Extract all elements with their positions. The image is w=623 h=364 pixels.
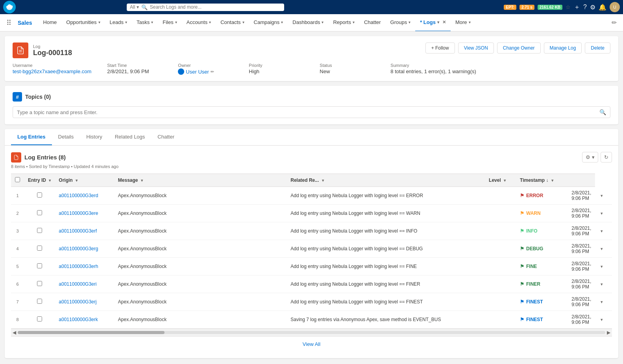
row-select-checkbox[interactable] bbox=[37, 263, 42, 268]
manage-log-button[interactable]: Manage Log bbox=[544, 42, 582, 54]
tab-related-logs[interactable]: Related Logs bbox=[109, 129, 152, 145]
nav-tasks[interactable]: Tasks▾ bbox=[132, 14, 158, 31]
nav-logs[interactable]: * Logs ▾ ✕ bbox=[415, 14, 451, 31]
row-dropdown[interactable]: ▾ bbox=[595, 205, 612, 222]
top-bar: All ▾ 🔍 EPT: 2.71 s 2161.62 KB ☆ ＋ ? ⚙ 🔔… bbox=[0, 0, 623, 14]
view-json-button[interactable]: View JSON bbox=[458, 42, 494, 54]
owner-edit-icon[interactable]: ✏ bbox=[211, 69, 214, 74]
username-value[interactable]: test-bgg26zx7xaee@example.com bbox=[13, 68, 91, 74]
scrollbar-track[interactable] bbox=[18, 331, 605, 334]
field-summary: Summary 8 total entries, 1 error(s), 1 w… bbox=[390, 63, 476, 75]
row-select-checkbox[interactable] bbox=[37, 246, 42, 251]
log-entries-panel: Log Entries (8) ⚙ ▾ ↻ 8 items • Sorted b… bbox=[5, 146, 618, 358]
row-number: 6 bbox=[11, 275, 24, 293]
nav-chatter[interactable]: Chatter bbox=[359, 14, 386, 31]
change-owner-button[interactable]: Change Owner bbox=[497, 42, 541, 54]
row-checkbox bbox=[24, 240, 55, 258]
entry-id-cell: a001100000G3erf bbox=[55, 222, 114, 240]
row-select-checkbox[interactable] bbox=[37, 316, 42, 322]
bell-icon[interactable]: 🔔 bbox=[599, 4, 606, 11]
entry-id-link[interactable]: a001100000G3ere bbox=[59, 211, 98, 216]
row-dropdown[interactable]: ▾ bbox=[595, 187, 612, 205]
level-badge: ⚑ FINE bbox=[520, 264, 537, 269]
entry-id-cell: a001100000G3eri bbox=[55, 275, 114, 293]
row-dropdown[interactable]: ▾ bbox=[595, 311, 612, 329]
tab-chatter[interactable]: Chatter bbox=[151, 129, 181, 145]
row-dropdown[interactable]: ▾ bbox=[595, 275, 612, 293]
timestamp-cell: 2/8/2021, 9:06 PM bbox=[568, 222, 595, 240]
add-icon[interactable]: ＋ bbox=[574, 3, 580, 11]
th-origin[interactable]: Origin ▾ bbox=[55, 174, 114, 187]
topic-input-wrap[interactable]: 🔍 bbox=[13, 106, 610, 118]
origin-cell: Apex.AnonymousBlock bbox=[114, 240, 287, 258]
scrollbar-thumb[interactable] bbox=[18, 331, 165, 334]
start-time-value: 2/8/2021, 9:06 PM bbox=[107, 68, 162, 74]
global-search[interactable]: All ▾ 🔍 bbox=[127, 4, 284, 11]
nav-campaigns[interactable]: Campaigns▾ bbox=[249, 14, 288, 31]
user-avatar[interactable]: U bbox=[610, 2, 620, 12]
view-all-link[interactable]: View All bbox=[303, 341, 320, 347]
summary-value: 8 total entries, 1 error(s), 1 warning(s… bbox=[390, 68, 476, 74]
nav-files[interactable]: Files▾ bbox=[158, 14, 181, 31]
delete-button[interactable]: Delete bbox=[585, 42, 610, 54]
nav-groups[interactable]: Groups▾ bbox=[386, 14, 416, 31]
row-dropdown[interactable]: ▾ bbox=[595, 240, 612, 258]
th-entry-id[interactable]: Entry ID ▾ bbox=[24, 174, 55, 187]
sort-icon: ▾ bbox=[49, 178, 51, 183]
topic-input[interactable] bbox=[17, 109, 597, 115]
tab-history[interactable]: History bbox=[80, 129, 108, 145]
level-badge: ⚑ WARN bbox=[520, 211, 541, 216]
settings-icon[interactable]: ⚙ bbox=[590, 4, 595, 11]
entry-id-link[interactable]: a001100000G3erj bbox=[59, 299, 96, 305]
level-cell: ⚑ FINEST bbox=[516, 311, 568, 329]
nav-leads[interactable]: Leads▾ bbox=[105, 14, 132, 31]
nav-home[interactable]: Home bbox=[39, 14, 62, 31]
tab-details[interactable]: Details bbox=[52, 129, 80, 145]
related-cell bbox=[485, 205, 516, 222]
row-select-checkbox[interactable] bbox=[37, 281, 42, 286]
owner-value[interactable]: User User bbox=[186, 69, 209, 75]
row-dropdown[interactable]: ▾ bbox=[595, 293, 612, 311]
nav-opportunities[interactable]: Opportunities▾ bbox=[61, 14, 105, 31]
follow-button[interactable]: + Follow bbox=[425, 42, 455, 54]
row-select-checkbox[interactable] bbox=[37, 192, 42, 198]
select-all-checkbox[interactable] bbox=[15, 177, 20, 182]
entry-id-link[interactable]: a001100000G3erf bbox=[59, 228, 97, 234]
th-related[interactable]: Related Re... ▾ bbox=[287, 174, 485, 187]
nav-dashboards[interactable]: Dashboards▾ bbox=[288, 14, 328, 31]
entry-id-link[interactable]: a001100000G3erk bbox=[59, 317, 98, 322]
star-icon[interactable]: ☆ bbox=[566, 4, 571, 10]
refresh-button[interactable]: ↻ bbox=[601, 152, 612, 163]
th-select-all[interactable] bbox=[11, 174, 24, 187]
all-filter[interactable]: All ▾ bbox=[130, 4, 139, 10]
row-select-checkbox[interactable] bbox=[37, 299, 42, 304]
close-logs-tab[interactable]: ✕ bbox=[442, 20, 446, 25]
nav-edit-icon[interactable]: ✏ bbox=[608, 19, 620, 26]
flag-icon: ⚑ bbox=[520, 211, 524, 216]
entry-id-link[interactable]: a001100000G3eri bbox=[59, 281, 96, 287]
row-number: 7 bbox=[11, 293, 24, 311]
nav-reports[interactable]: Reports▾ bbox=[328, 14, 359, 31]
th-level[interactable]: Level ▾ bbox=[485, 174, 516, 187]
row-dropdown[interactable]: ▾ bbox=[595, 258, 612, 275]
nav-more[interactable]: More▾ bbox=[451, 14, 475, 31]
scroll-right-arrow[interactable]: ▶ bbox=[605, 330, 612, 335]
nav-contacts[interactable]: Contacts▾ bbox=[216, 14, 249, 31]
nav-accounts[interactable]: Accounts▾ bbox=[182, 14, 216, 31]
search-input[interactable] bbox=[150, 4, 281, 10]
th-message[interactable]: Message ▾ bbox=[114, 174, 287, 187]
scroll-left-arrow[interactable]: ◀ bbox=[11, 330, 18, 335]
entry-id-link[interactable]: a001100000G3erh bbox=[59, 264, 98, 269]
th-timestamp[interactable]: Timestamp ↓ ▾ bbox=[516, 174, 568, 187]
tab-log-entries[interactable]: Log Entries bbox=[11, 129, 52, 145]
entry-id-link[interactable]: a001100000G3erd bbox=[59, 193, 98, 198]
row-number: 3 bbox=[11, 222, 24, 240]
apps-icon[interactable]: ⠿ bbox=[3, 18, 15, 27]
settings-gear-button[interactable]: ⚙ ▾ bbox=[582, 152, 598, 163]
help-icon[interactable]: ? bbox=[583, 4, 587, 11]
row-select-checkbox[interactable] bbox=[37, 210, 42, 215]
row-select-checkbox[interactable] bbox=[37, 228, 42, 233]
row-number: 2 bbox=[11, 205, 24, 222]
row-dropdown[interactable]: ▾ bbox=[595, 222, 612, 240]
entry-id-link[interactable]: a001100000G3erg bbox=[59, 246, 98, 251]
